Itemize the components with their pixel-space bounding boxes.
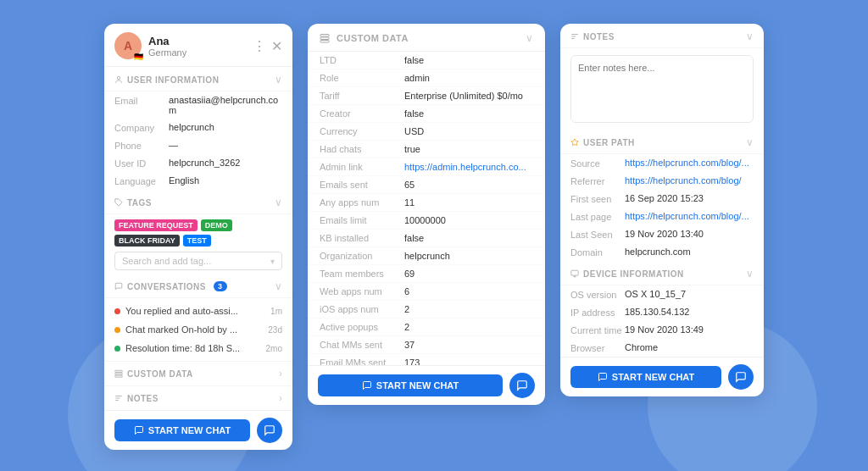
user-info-title: USER INFORMATION	[114, 75, 219, 85]
tag-black-friday[interactable]: BLACK FRIDAY	[114, 235, 180, 247]
tags-header: TAGS ∨	[104, 190, 292, 214]
conversations-chevron[interactable]: ∨	[275, 280, 282, 292]
monitor-icon	[570, 269, 579, 278]
notes-icon	[114, 394, 123, 402]
custom-row-team-members: Team members 69	[308, 265, 545, 283]
close-icon[interactable]: ✕	[271, 38, 282, 54]
info-row-email: Email anastasiia@helpcrunch.com	[104, 91, 292, 119]
custom-row-had-chats: Had chats true	[308, 141, 545, 158]
avatar-flag: 🇩🇪	[134, 53, 143, 61]
chat-icon-button-mid[interactable]	[509, 373, 535, 398]
device-info-fields: OS version OS X 10_15_7 IP address 185.1…	[560, 285, 764, 357]
notes-chevron[interactable]: ∨	[746, 30, 754, 42]
custom-row-creator: Creator false	[308, 105, 545, 123]
info-row-phone: Phone —	[104, 136, 292, 154]
chat-float-icon-right	[735, 371, 747, 383]
device-info-chevron[interactable]: ∨	[746, 268, 754, 280]
notes-link[interactable]: NOTES ›	[104, 385, 292, 410]
custom-row-role: Role admin	[308, 69, 545, 87]
start-chat-bar-left: START NEW CHAT	[104, 410, 292, 450]
conv-dot-3	[114, 346, 120, 352]
info-row-language: Language English	[104, 172, 292, 190]
conversations-header: CONVERSATIONS 3 ∨	[104, 274, 292, 298]
device-info-header: DEVICE INFORMATION ∨	[560, 261, 764, 285]
chat-start-icon-mid	[362, 380, 372, 391]
path-first-seen: First seen 16 Sep 2020 15:23	[560, 190, 764, 208]
device-info-title: DEVICE INFORMATION	[570, 269, 684, 279]
custom-row-admin-link: Admin link https://admin.helpcrunch.co..…	[308, 158, 545, 176]
user-path-chevron[interactable]: ∨	[746, 136, 754, 148]
tags-chevron[interactable]: ∨	[275, 197, 282, 208]
user-name-block: Ana Germany	[148, 35, 186, 58]
tags-title: TAGS	[114, 198, 152, 208]
notes-section-header: NOTES ∨	[560, 24, 764, 48]
device-os: OS version OS X 10_15_7	[560, 285, 764, 303]
user-info-fields: Email anastasiia@helpcrunch.com Company …	[104, 91, 292, 190]
svg-rect-3	[115, 375, 122, 377]
custom-row-tariff: Tariff Enterprise (Unlimited) $0/mo	[308, 87, 545, 105]
chat-float-icon	[264, 424, 275, 436]
svg-point-0	[117, 76, 120, 79]
left-panel-header: A 🇩🇪 Ana Germany ⋮ ✕	[104, 24, 292, 67]
custom-data-link[interactable]: CUSTOM DATA ›	[104, 361, 292, 385]
conv-item-2[interactable]: Chat marked On-hold by ... 23d	[104, 320, 292, 339]
tag-search-placeholder: Search and add tag...	[122, 256, 211, 266]
tag-test[interactable]: TEST	[183, 235, 211, 247]
path-last-seen: Last Seen 19 Nov 2020 13:40	[560, 225, 764, 243]
conversations-title: CONVERSATIONS 3	[114, 281, 227, 291]
right-panel: NOTES ∨ USER PATH ∨ Source https://helpc…	[560, 24, 764, 396]
start-chat-bar-right: START NEW CHAT	[560, 357, 764, 396]
tags-section: FEATURE REQUEST DEMO BLACK FRIDAY TEST S…	[104, 214, 292, 274]
custom-row-any-apps: Any apps num 11	[308, 194, 545, 212]
tag-icon	[114, 198, 123, 207]
custom-row-organization: Organization helpcrunch	[308, 247, 545, 265]
chat-start-icon	[134, 425, 144, 435]
svg-rect-5	[320, 37, 329, 40]
chat-icon-button-right[interactable]	[728, 364, 754, 390]
tags-row: FEATURE REQUEST DEMO BLACK FRIDAY TEST	[114, 219, 282, 247]
user-info-header: USER INFORMATION ∨	[104, 67, 292, 91]
conv-dot-1	[114, 308, 120, 314]
header-actions[interactable]: ⋮ ✕	[253, 38, 282, 54]
custom-row-web-apps: Web apps num 6	[308, 283, 545, 301]
tag-demo[interactable]: DEMO	[201, 219, 232, 231]
svg-rect-8	[571, 270, 578, 275]
start-new-chat-button-right[interactable]: START NEW CHAT	[570, 366, 721, 388]
svg-marker-7	[571, 139, 578, 146]
path-icon	[570, 138, 579, 147]
panels-container: A 🇩🇪 Ana Germany ⋮ ✕ USER INFORMATION ∨	[87, 0, 781, 471]
middle-panel: CUSTOM DATA ∨ LTD false Role admin Tarif…	[308, 24, 545, 405]
path-referrer: Referrer https://helpcrunch.com/blog/	[560, 172, 764, 190]
user-icon	[114, 75, 123, 84]
user-country: Germany	[148, 47, 186, 58]
conv-dot-2	[114, 327, 120, 333]
conv-item-1[interactable]: You replied and auto-assi... 1m	[104, 302, 292, 320]
custom-data-panel-chevron[interactable]: ∨	[526, 32, 533, 44]
notes-textarea[interactable]	[570, 55, 754, 123]
custom-data-panel-title: CUSTOM DATA	[337, 33, 409, 43]
path-last-page-link[interactable]: https://helpcrunch.com/blog/...	[625, 211, 749, 221]
custom-row-active-popups: Active popups 2	[308, 319, 545, 336]
conv-text-1: You replied and auto-assi...	[125, 306, 265, 316]
path-source-link[interactable]: https://helpcrunch.com/blog/...	[625, 158, 749, 168]
conversations-badge: 3	[214, 281, 227, 291]
start-new-chat-button-left[interactable]: START NEW CHAT	[114, 419, 250, 441]
tag-feature-request[interactable]: FEATURE REQUEST	[114, 219, 198, 231]
svg-rect-4	[320, 35, 329, 37]
path-referrer-link[interactable]: https://helpcrunch.com/blog/	[625, 175, 742, 186]
custom-row-ltd: LTD false	[308, 52, 545, 69]
more-icon[interactable]: ⋮	[253, 38, 266, 54]
conv-item-3[interactable]: Resolution time: 8d 18h S... 2mo	[104, 339, 292, 357]
user-identity: A 🇩🇪 Ana Germany	[114, 32, 186, 59]
path-last-page: Last page https://helpcrunch.com/blog/..…	[560, 208, 764, 225]
info-row-userid: User ID helpcrunch_3262	[104, 154, 292, 172]
start-new-chat-button-mid[interactable]: START NEW CHAT	[318, 374, 503, 396]
svg-rect-2	[115, 373, 122, 374]
chat-icon	[114, 282, 123, 291]
chat-icon-button-left[interactable]	[257, 418, 282, 443]
custom-row-emails-limit: Emails limit 10000000	[308, 212, 545, 230]
custom-row-email-mms: Email MMs sent 173	[308, 354, 545, 365]
user-info-chevron[interactable]: ∨	[275, 74, 282, 86]
admin-link-value[interactable]: https://admin.helpcrunch.co...	[404, 162, 526, 172]
tag-search[interactable]: Search and add tag... ▾	[114, 252, 282, 270]
